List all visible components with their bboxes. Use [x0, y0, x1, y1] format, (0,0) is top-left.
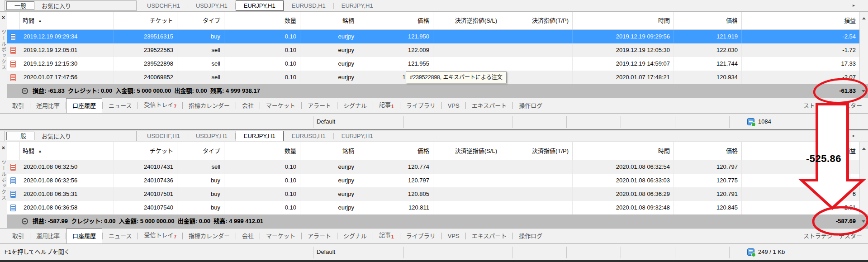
toolbox-tab-3[interactable]: ニュース	[103, 229, 138, 243]
chart-tab[interactable]: USDCHF,H1	[139, 131, 188, 141]
column-header-tp[interactable]: 決済指値(T/P)	[501, 12, 573, 29]
table-row[interactable]: 2020.01.08 06:32:56240107436buy0.10eurjp…	[7, 174, 859, 187]
toolbox-tab-6[interactable]: 会社	[236, 229, 260, 243]
toolbox-tab-5[interactable]: 指標カレンダー	[183, 98, 236, 113]
chart-tab[interactable]: USDJPY,H1	[188, 131, 235, 141]
toolbox-tab-9[interactable]: シグナル	[337, 229, 373, 243]
toolbox-tab-8[interactable]: アラート	[302, 98, 337, 113]
column-header-symbol[interactable]: 銘柄	[300, 142, 358, 160]
toolbox-tab-7[interactable]: マーケット	[260, 98, 301, 113]
toolbox-tab-4[interactable]: 受信トレイ7	[138, 228, 182, 244]
chart-tab[interactable]: EURUSD,H1	[284, 0, 333, 11]
toolbox-tab-11[interactable]: ライブラリ	[400, 229, 441, 243]
column-header-symbol[interactable]: 銘柄	[300, 12, 358, 29]
chart-tab[interactable]: EURJPY,H1	[236, 131, 284, 141]
toolbox-tab-12[interactable]: VPS	[442, 98, 465, 113]
scroll-down-icon[interactable]	[862, 90, 865, 92]
column-header-time-open[interactable]: 時間▲	[20, 142, 114, 160]
column-header-time-close[interactable]: 時間	[573, 142, 674, 160]
order-tooltip: #239522898, エキスパートによる注文	[406, 71, 507, 83]
tab-scroll-right-icon[interactable]: ▸	[853, 3, 855, 8]
toolbox-tab-2[interactable]: 口座履歴	[66, 229, 102, 243]
chart-tab[interactable]: EURJPY,H1	[236, 0, 284, 11]
column-header-profit[interactable]: 損益	[742, 12, 859, 29]
column-header-tp[interactable]: 決済指値(T/P)	[501, 142, 573, 160]
tab-general[interactable]: 一般	[6, 1, 34, 10]
column-header-sl[interactable]: 決済逆指値(S/L)	[433, 142, 501, 160]
toolbox-tab-13[interactable]: エキスパート	[466, 98, 513, 113]
toolbox-panel-top: 一般 お気に入り USDCHF,H1USDJPY,H1EURJPY,H1EURU…	[0, 0, 868, 130]
cell-sl	[433, 201, 501, 214]
column-header-type[interactable]: タイプ	[177, 142, 224, 160]
toolbox-side-strip: × ツールボックス	[0, 142, 7, 228]
toolbox-tab-13[interactable]: エキスパート	[466, 229, 513, 243]
column-header-price-open[interactable]: 価格	[358, 12, 433, 29]
tab-scroll-right-icon[interactable]: ▸	[853, 133, 855, 138]
toolbox-tab-11[interactable]: ライブラリ	[400, 98, 441, 113]
toolbox-tab-1[interactable]: 運用比率	[30, 229, 66, 243]
column-header-volume[interactable]: 数量	[224, 142, 300, 160]
scroll-up-icon[interactable]	[862, 148, 866, 150]
strategy-tester-tab[interactable]: ストラテジーテスター	[803, 98, 862, 113]
tab-general[interactable]: 一般	[6, 132, 34, 140]
chart-tab[interactable]: USDCHF,H1	[139, 0, 188, 11]
toolbox-tab-4[interactable]: 受信トレイ7	[138, 97, 182, 114]
table-row[interactable]: 2019.12.19 12:05:01239522563sell0.10eurj…	[7, 43, 859, 57]
table-scrollbar[interactable]	[859, 142, 868, 214]
summary-total-profit: -587.69	[836, 214, 856, 228]
column-header-type[interactable]: タイプ	[177, 12, 224, 29]
profile-name[interactable]: Default	[317, 244, 335, 260]
profile-name[interactable]: Default	[317, 114, 335, 130]
toolbox-tab-0[interactable]: 取引	[6, 229, 30, 243]
column-header-time-open[interactable]: 時間▲	[20, 12, 114, 29]
toolbox-tab-label: 操作ログ	[519, 233, 542, 239]
strategy-tester-tab[interactable]: ストラテジーテスター	[803, 229, 862, 243]
collapse-icon[interactable]	[22, 88, 28, 94]
toolbox-tab-12[interactable]: VPS	[442, 229, 465, 243]
status-cell-divider	[458, 116, 458, 128]
status-cell-divider	[675, 247, 675, 258]
toolbox-tab-7[interactable]: マーケット	[260, 229, 301, 243]
table-row[interactable]: 2020.01.08 06:32:50240107431sell0.10eurj…	[7, 160, 859, 174]
column-header-profit[interactable]: 損益	[742, 142, 859, 160]
column-header-price-close[interactable]: 価格	[674, 12, 742, 29]
cell-tp	[501, 201, 573, 214]
toolbox-tab-10[interactable]: 記事1	[373, 228, 400, 244]
scroll-down-icon[interactable]	[862, 220, 865, 223]
close-icon[interactable]: ×	[2, 15, 5, 20]
chart-tab[interactable]: EURUSD,H1	[284, 131, 333, 141]
table-row[interactable]: 2020.01.08 06:35:31240107501buy0.10eurjp…	[7, 187, 859, 201]
column-header-ticket[interactable]: チケット	[114, 142, 177, 160]
toolbox-tab-9[interactable]: シグナル	[337, 98, 373, 113]
table-row[interactable]: 2019.12.19 12:15:30239522898sell0.10eurj…	[7, 57, 859, 71]
scroll-up-icon[interactable]	[862, 17, 866, 19]
cell-price-close: 120.791	[674, 187, 742, 201]
table-row[interactable]: 2020.01.08 06:36:58240107540buy0.10eurjp…	[7, 201, 859, 214]
table-scrollbar[interactable]	[859, 12, 868, 84]
column-header-ticket[interactable]: チケット	[114, 12, 177, 29]
column-header-price-open[interactable]: 価格	[358, 142, 433, 160]
column-header-volume[interactable]: 数量	[224, 12, 300, 29]
toolbox-tab-5[interactable]: 指標カレンダー	[183, 229, 236, 243]
column-header-price-close[interactable]: 価格	[674, 142, 742, 160]
close-icon[interactable]: ×	[2, 145, 5, 151]
chart-tab[interactable]: EURJPY,H1	[334, 131, 381, 141]
chart-tab[interactable]: USDJPY,H1	[188, 0, 235, 11]
collapse-icon[interactable]	[22, 218, 28, 224]
toolbox-tab-14[interactable]: 操作ログ	[513, 229, 548, 243]
toolbox-tab-2[interactable]: 口座履歴	[66, 98, 102, 113]
tab-favorites[interactable]: お気に入り	[42, 1, 71, 10]
toolbox-tab-1[interactable]: 運用比率	[30, 98, 66, 113]
cell-volume: 0.10	[224, 174, 300, 187]
toolbox-tab-0[interactable]: 取引	[6, 98, 30, 113]
toolbox-tab-6[interactable]: 会社	[236, 98, 260, 113]
table-row[interactable]: 2019.12.19 09:29:34239516315buy0.10eurjp…	[7, 30, 859, 43]
toolbox-tab-3[interactable]: ニュース	[103, 98, 138, 113]
toolbox-tab-10[interactable]: 記事1	[373, 97, 400, 114]
column-header-sl[interactable]: 決済逆指値(S/L)	[433, 12, 501, 29]
tab-favorites[interactable]: お気に入り	[42, 132, 71, 140]
column-header-time-close[interactable]: 時間	[573, 12, 674, 29]
toolbox-tab-8[interactable]: アラート	[302, 229, 337, 243]
toolbox-tab-14[interactable]: 操作ログ	[513, 98, 548, 113]
chart-tab[interactable]: EURJPY,H1	[334, 0, 381, 11]
